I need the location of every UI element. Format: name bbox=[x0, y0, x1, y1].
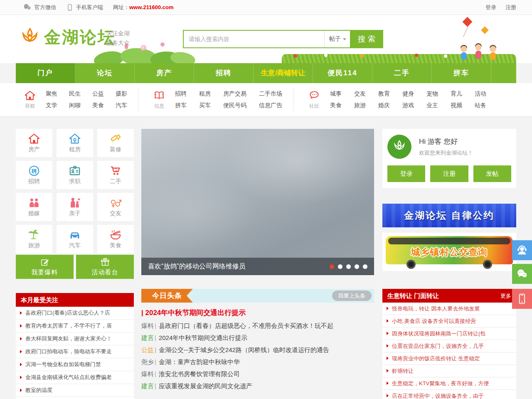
quicklink-cars[interactable]: 汽车 bbox=[57, 225, 93, 253]
carousel-dot[interactable] bbox=[363, 264, 367, 269]
subnav-link[interactable]: 活动 bbox=[475, 90, 486, 98]
quicklink-parenting[interactable]: 亲子 bbox=[57, 193, 93, 221]
subnav-link[interactable]: 育儿 bbox=[451, 90, 462, 98]
headline-item[interactable]: 公益|金湖公交--关于城乡公交242路（闵桥线）临时改道运行的通告 bbox=[141, 344, 374, 356]
register-link[interactable]: 注册 bbox=[505, 4, 516, 11]
subnav-link[interactable]: 旅游 bbox=[354, 102, 366, 109]
activity-button[interactable]: 活动看台 bbox=[76, 255, 134, 279]
carousel-dot[interactable] bbox=[355, 264, 359, 269]
carousel-dot[interactable] bbox=[346, 264, 351, 269]
subnav-link[interactable]: 二手市场 bbox=[259, 90, 282, 98]
login-button[interactable]: 登录 bbox=[387, 165, 425, 182]
subnav-link[interactable]: 文学 bbox=[46, 102, 57, 109]
subnav-link[interactable]: 拼车 bbox=[175, 102, 187, 109]
list-item[interactable]: 现将营业中的饭店低价转让 生意稳定 bbox=[382, 352, 516, 365]
headline-item[interactable]: 建言|2024年中秋节期间交通出行提示 bbox=[141, 332, 374, 344]
site-url-value[interactable]: www.211600.com bbox=[129, 4, 173, 10]
more-link[interactable]: 更多 bbox=[500, 289, 511, 303]
list-item[interactable]: 怪兽电玩，转让 因本人要去外地发展 bbox=[382, 303, 516, 315]
subnav-link[interactable]: 站务 bbox=[475, 102, 486, 109]
official-wechat-link[interactable]: 官方微信 bbox=[23, 3, 56, 12]
quicklink-travel[interactable]: 旅游 bbox=[16, 225, 52, 253]
subnav-link[interactable]: 信息广告 bbox=[259, 102, 282, 109]
list-item[interactable]: 叁大样回复网友贴，谢谢大家关心！ bbox=[16, 332, 134, 345]
subnav-link[interactable]: 婚庆 bbox=[378, 102, 390, 109]
subnav-link[interactable]: 民生 bbox=[69, 90, 81, 98]
carousel-dot[interactable] bbox=[338, 264, 342, 269]
nav-item-secondhand[interactable]: 二手 bbox=[372, 63, 432, 83]
subnav-link[interactable]: 美食 bbox=[92, 102, 104, 109]
subnav-link[interactable]: 摄影 bbox=[116, 90, 127, 98]
nav-item-realestate[interactable]: 房产 bbox=[135, 63, 194, 83]
self-discipline-banner[interactable]: 金湖论坛 自律公约 bbox=[382, 204, 516, 227]
quicklink-recruit[interactable]: 聘 招聘 bbox=[16, 161, 52, 189]
top-headline[interactable]: | 2024年中秋节期间交通出行提示 bbox=[141, 308, 374, 318]
subnav-link[interactable]: 城事 bbox=[330, 90, 342, 98]
bus-query-banner[interactable]: 城乡镇村公交查询 bbox=[382, 233, 516, 271]
carousel[interactable]: 喜欢“放鸽”的移动公司网络维修员 bbox=[141, 129, 374, 275]
subnav-info-book[interactable]: 信息 bbox=[149, 90, 169, 110]
carousel-dot[interactable] bbox=[330, 264, 334, 269]
subnav-link[interactable]: 视频 bbox=[451, 102, 462, 109]
list-item[interactable]: 小吃.美食店.设备齐全可以直接经营 bbox=[382, 315, 516, 328]
subnav-link[interactable]: 闲聊 bbox=[69, 102, 81, 109]
quicklink-secondhand[interactable]: 二手 bbox=[97, 161, 134, 189]
customer-service-button[interactable] bbox=[512, 240, 532, 260]
subnav-link[interactable]: 交友 bbox=[354, 90, 366, 98]
subnav-link[interactable]: 教育 bbox=[378, 90, 390, 98]
mobile-app-button[interactable] bbox=[512, 289, 532, 309]
subnav-link[interactable]: 宠物 bbox=[426, 90, 438, 98]
quicklink-jobseek[interactable]: 求职 bbox=[57, 161, 93, 189]
list-item[interactable]: 教育内卷太厉害了，不学不行了，居 bbox=[16, 320, 134, 332]
list-item[interactable]: 滨湖一号物业私自加装电梯门禁 bbox=[16, 358, 134, 371]
list-item[interactable]: 因身体状况现将园林南路一门店转让(包 bbox=[382, 328, 516, 340]
quicklink-decoration[interactable]: 装修 bbox=[97, 129, 134, 157]
quicklink-food[interactable]: 美食 bbox=[97, 225, 134, 253]
quicklink-friends[interactable]: 交友 bbox=[97, 193, 134, 221]
subnav-link[interactable]: 美食 bbox=[330, 102, 342, 109]
subnav-link[interactable]: 健身 bbox=[402, 90, 414, 98]
list-item[interactable]: 滨湖壹号小区，物业私自加装电梯门 bbox=[16, 397, 134, 399]
login-link[interactable]: 登录 bbox=[485, 4, 496, 11]
headline-item[interactable]: 尧乡|金湖：童声古韵迎中秋咏中华 bbox=[141, 356, 374, 368]
list-item[interactable]: 店在正常经营中，设施设备齐全，由于 bbox=[382, 390, 516, 399]
nav-item-portal[interactable]: 门户 bbox=[16, 63, 75, 83]
list-item[interactable]: 政府门口拍电动车，骑电动车不要走 bbox=[16, 345, 134, 358]
list-item[interactable]: 虾塘转让 bbox=[382, 365, 516, 377]
list-item[interactable]: 位置在壹品仕家东门，设施齐全，几乎 bbox=[382, 340, 516, 352]
subnav-link[interactable]: 汽车 bbox=[116, 102, 127, 109]
headline-item[interactable]: 爆料|县政府门口（看春）店超级恶心，不准用会员卡买酒水！玩不起 bbox=[141, 320, 374, 332]
headline-cta-button[interactable]: 我要上头条 bbox=[332, 291, 372, 301]
quicklink-marriage[interactable]: 婚嫁 bbox=[16, 193, 52, 221]
list-item[interactable]: 金湖县金南镇液化气站点乱收费骗老 bbox=[16, 371, 134, 384]
subnav-link[interactable]: 买车 bbox=[199, 102, 211, 109]
subnav-link[interactable]: 租房 bbox=[199, 90, 211, 98]
nav-item-forum[interactable]: 论坛 bbox=[75, 63, 135, 83]
nav-item-business-transfer[interactable]: 生意/商铺转让 bbox=[254, 63, 313, 83]
nav-item-carpool[interactable]: 拼车 bbox=[432, 63, 491, 83]
headline-item[interactable]: 爆料|淮安北书房餐饮管理有限公司 bbox=[141, 368, 374, 380]
subnav-link[interactable]: 便民号码 bbox=[223, 102, 246, 109]
subnav-link[interactable]: 业主 bbox=[426, 102, 438, 109]
list-item[interactable]: 县政府门口(看春)店这么恶心人？店 bbox=[16, 307, 134, 320]
wechat-button[interactable] bbox=[512, 264, 532, 284]
site-logo[interactable]: 金湖论坛 bbox=[19, 26, 116, 49]
mobile-client-link[interactable]: 手机客户端 bbox=[66, 3, 103, 12]
search-button[interactable]: 搜索 bbox=[350, 30, 383, 48]
carousel-caption[interactable]: 喜欢“放鸽”的移动公司网络维修员 bbox=[148, 262, 330, 271]
subnav-link[interactable]: 公益 bbox=[92, 90, 104, 98]
subnav-link[interactable]: 房产交易 bbox=[223, 90, 246, 98]
list-item[interactable]: 教室的温度 bbox=[16, 384, 134, 397]
post-button[interactable]: 发帖 bbox=[473, 165, 511, 182]
register-button[interactable]: 注册 bbox=[430, 165, 468, 182]
list-item[interactable]: 生意稳定，KTV聚集地，夜市好做，方便 bbox=[382, 377, 516, 390]
search-type-dropdown[interactable]: 帖子 bbox=[324, 31, 351, 47]
subnav-hedu-home[interactable]: 荷都 bbox=[20, 90, 40, 110]
headline-item[interactable]: 建言|应该重视发展金湖的民间文化遗产 bbox=[141, 380, 374, 392]
report-button[interactable]: 我要爆料 bbox=[16, 255, 74, 279]
subnav-link[interactable]: 聚焦 bbox=[46, 90, 57, 98]
subnav-community-chat[interactable]: 社区 bbox=[304, 90, 324, 110]
nav-item-convenience114[interactable]: 便民114 bbox=[313, 63, 372, 83]
nav-item-jobs[interactable]: 招聘 bbox=[194, 63, 254, 83]
subnav-link[interactable]: 游戏 bbox=[402, 102, 414, 109]
